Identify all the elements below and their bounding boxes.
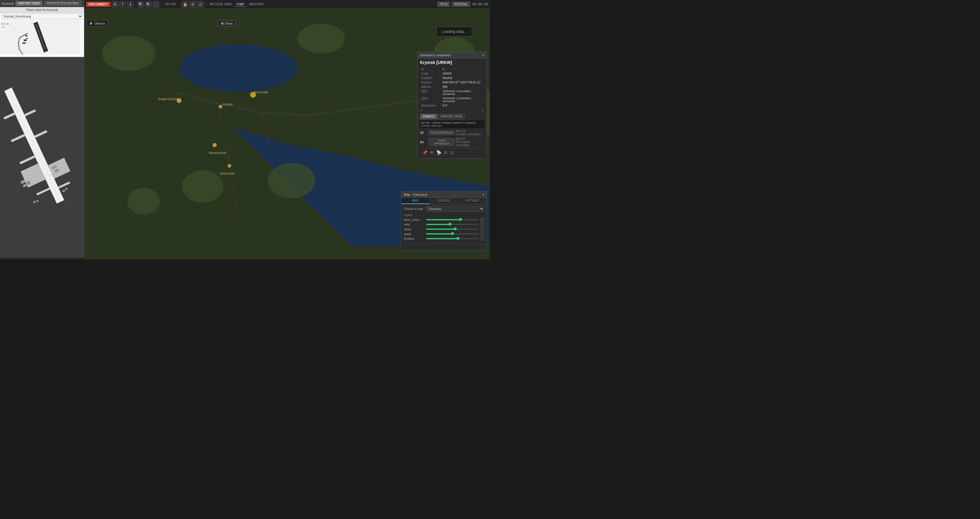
objects-bar[interactable]: ▣ Objects bbox=[87, 20, 108, 26]
map-choose-select[interactable]: Caucasus bbox=[426, 206, 484, 212]
target-icon-btn[interactable]: ◎ bbox=[197, 1, 204, 8]
layer-roads: roads bbox=[404, 232, 484, 236]
map-panel-bottom: − ⛶ bbox=[401, 244, 487, 250]
selection-panel-close[interactable]: × bbox=[482, 53, 484, 57]
controllers-04: 04 Current controllers bbox=[456, 140, 484, 147]
frontiers-thumb[interactable] bbox=[457, 237, 459, 240]
svg-text:Gelendzhik: Gelendzhik bbox=[220, 172, 235, 175]
separator-3 bbox=[180, 2, 180, 7]
settings-icon-btn[interactable]: ⚙ bbox=[111, 1, 118, 8]
metar-display: METAR : URKW 010800Z 09000KTS 9999SM CAV… bbox=[420, 121, 484, 128]
scroll-left[interactable]: ◀ bbox=[420, 109, 422, 112]
pin-icon[interactable]: 📌 bbox=[422, 150, 427, 155]
filters-tab[interactable]: FILTERS bbox=[430, 198, 458, 204]
draw-checkbox: ▣ bbox=[221, 21, 224, 25]
info-icon-btn[interactable]: ℹ bbox=[127, 1, 134, 8]
lock-icon-btn[interactable]: 🔒 bbox=[182, 1, 188, 8]
urban-slider[interactable] bbox=[426, 229, 479, 230]
lakes-rivers-slider[interactable] bbox=[426, 219, 479, 220]
true-btn[interactable]: TRUE bbox=[438, 2, 450, 7]
map-tab[interactable]: MAP bbox=[401, 198, 430, 204]
panel-bottom-icons: 📌 👁 📡 ⚙ ◎ bbox=[420, 148, 484, 157]
declination-label: Declination bbox=[421, 103, 441, 107]
runway-22-number: 22 bbox=[420, 131, 427, 134]
frontiers-checkbox[interactable] bbox=[480, 237, 484, 240]
map-panel-close-icon[interactable]: × bbox=[482, 193, 484, 196]
choose-map-row: Choose a map: Caucasus bbox=[404, 206, 484, 212]
frontiers-fill bbox=[426, 238, 458, 239]
left-panel: Krymsk AIRPORT VIEW PROPERTIES KRYMSK Ch… bbox=[0, 0, 84, 260]
objects-checkbox[interactable]: ▣ bbox=[89, 21, 92, 25]
take-approach-22-btn[interactable]: TAKE APPROACH bbox=[429, 130, 455, 135]
map-canvas[interactable]: Anapa-Vityazevo Krymsk Krasnodar Novoros… bbox=[84, 9, 490, 260]
airport-view-tab[interactable]: AIRPORT VIEW bbox=[15, 1, 42, 6]
expand-icon[interactable]: ⛶ bbox=[480, 245, 484, 249]
target-prop-icon[interactable]: ◎ bbox=[450, 150, 453, 155]
on-top-btn[interactable]: ON TOP bbox=[163, 2, 178, 6]
urban-label: urban bbox=[404, 228, 425, 231]
time-display: 00:00:00 bbox=[473, 2, 488, 6]
svg-point-41 bbox=[268, 163, 315, 198]
map-panel-content: Choose a map: Caucasus Layers lakes_rive… bbox=[401, 204, 487, 244]
options-tab[interactable]: OPTIONS bbox=[458, 198, 487, 204]
chart-dropdown[interactable]: Krymsk_Krymsk.png bbox=[1, 14, 83, 19]
settings-prop-icon[interactable]: ⚙ bbox=[444, 150, 447, 155]
controllers-22: Current controllers bbox=[456, 133, 480, 136]
lakes-rivers-fill bbox=[426, 219, 461, 220]
relief-slider[interactable] bbox=[426, 224, 479, 225]
selection-panel: Selection's properties × Krymsk [URKW] I… bbox=[417, 52, 487, 159]
gear-icon-btn[interactable]: ⚙ bbox=[189, 1, 196, 8]
separator-4 bbox=[205, 2, 206, 7]
objects-label: Objects bbox=[94, 22, 105, 25]
location-title: Krymsk bbox=[2, 2, 14, 5]
svg-text:Krymsk: Krymsk bbox=[223, 103, 233, 106]
svg-point-45 bbox=[219, 105, 222, 108]
coalition-label: Coalition bbox=[421, 76, 441, 80]
scroll-arrows[interactable]: ◀ ▶ bbox=[420, 109, 484, 112]
roads-slider[interactable] bbox=[426, 233, 479, 234]
altitude-label: Altitude bbox=[421, 85, 441, 89]
scroll-right[interactable]: ▶ bbox=[482, 109, 484, 112]
prop-row-declination: Declination 6.5° bbox=[421, 103, 484, 107]
disconnect-button[interactable]: DISCONNECT bbox=[86, 2, 110, 7]
roads-checkbox[interactable] bbox=[480, 232, 484, 236]
draw-button[interactable]: ▣ Draw bbox=[218, 20, 236, 26]
zoom-in-btn[interactable]: 🔍 bbox=[145, 1, 151, 8]
minus-icon[interactable]: − bbox=[404, 245, 406, 249]
svg-rect-4 bbox=[25, 35, 27, 37]
properties-tab[interactable]: PROPERTIES KRYMSK bbox=[44, 1, 82, 6]
svg-rect-5 bbox=[26, 38, 28, 39]
lakes-rivers-thumb[interactable] bbox=[459, 218, 462, 221]
svg-text:RWY 22/04: RWY 22/04 bbox=[2, 23, 9, 25]
take-approach-04-btn[interactable]: TAKE APPROACH bbox=[429, 138, 455, 146]
position-label: Position bbox=[421, 81, 441, 84]
eye-icon[interactable]: 👁 bbox=[430, 150, 434, 155]
layers-label: Layers bbox=[404, 213, 484, 217]
fit-btn[interactable]: ⛶ bbox=[153, 1, 159, 8]
help-icon-btn[interactable]: ? bbox=[119, 1, 126, 8]
code-label: Code bbox=[421, 72, 441, 75]
tactical-view-btn[interactable]: TACTICAL VIEW bbox=[207, 2, 234, 6]
no-ils-22: No ILS bbox=[456, 129, 480, 133]
lakes-rivers-checkbox[interactable] bbox=[480, 218, 484, 221]
urban-checkbox[interactable] bbox=[480, 228, 484, 231]
frontiers-slider[interactable] bbox=[426, 238, 479, 239]
roads-thumb[interactable] bbox=[451, 232, 454, 235]
relief-thumb[interactable] bbox=[449, 223, 451, 226]
chat-btn[interactable]: CHAT bbox=[235, 2, 246, 7]
zoom-out-btn[interactable]: 🔍 bbox=[137, 1, 144, 8]
relief-checkbox[interactable] bbox=[480, 223, 484, 226]
selection-panel-title: Selection's properties × bbox=[418, 52, 487, 58]
imperial-btn[interactable]: IMPERIAL bbox=[452, 2, 470, 7]
toolbar-right: TRUE IMPERIAL 00:00:00 bbox=[438, 2, 488, 7]
code-value: URKW bbox=[442, 72, 484, 75]
airport-view-tab[interactable]: AIRPORT VIEW bbox=[438, 114, 465, 119]
antenna-icon[interactable]: 📡 bbox=[436, 150, 441, 155]
layer-lakes-rivers: lakes_rivers bbox=[404, 218, 484, 221]
svg-point-38 bbox=[298, 24, 345, 53]
prop-row-qnh: QNH 760mmHG | 1013mBar | 29.91HHG bbox=[421, 97, 484, 103]
charts-tab[interactable]: CHARTS bbox=[420, 114, 438, 119]
urban-thumb[interactable] bbox=[454, 228, 457, 230]
weather-btn[interactable]: WEATHER bbox=[247, 2, 265, 6]
roads-label: roads bbox=[404, 232, 425, 236]
